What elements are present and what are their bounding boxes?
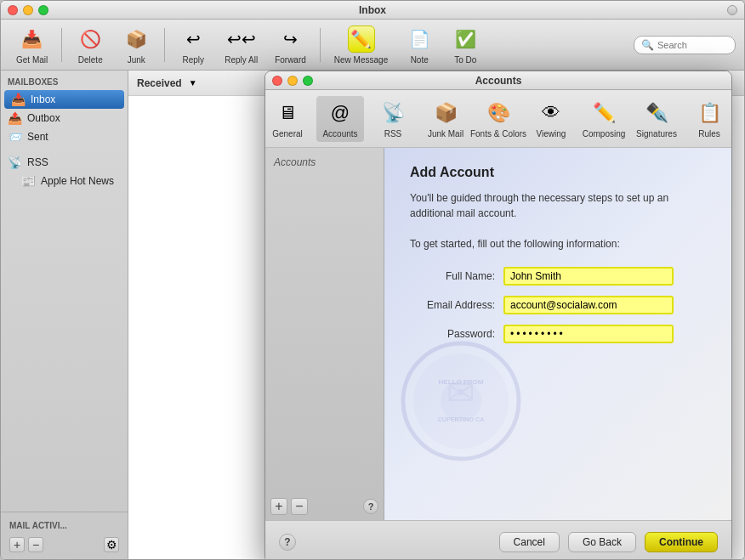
cancel-button[interactable]: Cancel — [499, 532, 560, 552]
email-address-input[interactable] — [503, 296, 674, 314]
composing-tool-button[interactable]: ✏️ Composing — [580, 96, 628, 142]
mail-activity-label: MAIL ACTIVI... — [6, 518, 122, 534]
accounts-dialog: Accounts 🖥 General @ Accounts 📡 RSS — [264, 71, 732, 560]
close-button[interactable] — [8, 5, 18, 15]
add-mailbox-button[interactable]: + — [9, 537, 25, 552]
rss-section: 📡 RSS 📰 Apple Hot News — [1, 153, 128, 190]
toolbar-separator-1 — [61, 28, 62, 62]
add-account-title: Add Account — [410, 165, 706, 180]
note-button[interactable]: 📄 Note — [398, 22, 441, 68]
full-name-input[interactable] — [503, 267, 674, 286]
password-input[interactable] — [503, 325, 674, 343]
dialog-footer: ? Cancel Go Back Continue — [265, 520, 731, 560]
outbox-label: Outbox — [27, 112, 60, 124]
dialog-sidebar-footer-row: + − ? — [270, 498, 378, 515]
delete-button[interactable]: 🚫 Delete — [69, 22, 111, 68]
remove-account-button[interactable]: − — [291, 498, 308, 515]
viewing-tool-button[interactable]: 👁 Viewing — [527, 96, 575, 142]
dialog-title: Accounts — [475, 75, 522, 87]
rules-tool-button[interactable]: 📋 Rules — [685, 96, 732, 142]
todo-button[interactable]: ✅ To Do — [444, 22, 486, 68]
note-label: Note — [411, 55, 429, 65]
todo-icon: ✅ — [452, 25, 479, 53]
fonts-colors-tool-button[interactable]: 🎨 Fonts & Colors — [475, 96, 522, 142]
sent-label: Sent — [27, 131, 48, 143]
signatures-label: Signatures — [636, 129, 677, 139]
forward-button[interactable]: ↪ Forward — [268, 22, 313, 68]
junk-mail-tool-button[interactable]: 📦 Junk Mail — [422, 96, 469, 142]
junk-icon: 📦 — [122, 25, 150, 53]
add-remove-buttons: + − — [9, 537, 43, 552]
reply-all-icon: ↩↩ — [228, 25, 255, 53]
get-mail-label: Get Mail — [16, 55, 48, 65]
minimize-button[interactable] — [23, 5, 33, 15]
accounts-label: Accounts — [322, 129, 357, 139]
go-back-button[interactable]: Go Back — [568, 532, 636, 552]
reply-all-button[interactable]: ↩↩ Reply All — [218, 22, 264, 68]
sent-icon: 📨 — [8, 130, 22, 144]
dialog-sidebar: Accounts + − ? — [265, 148, 384, 520]
dialog-maximize-button[interactable] — [303, 76, 313, 86]
reply-button[interactable]: ↩ Reply — [172, 22, 214, 68]
received-dropdown-button[interactable]: ▼ — [189, 78, 197, 88]
todo-label: To Do — [454, 55, 476, 65]
general-tool-button[interactable]: 🖥 General — [264, 96, 311, 142]
get-mail-icon: 📥 — [19, 25, 46, 53]
outbox-icon: 📤 — [8, 111, 22, 125]
maximize-button[interactable] — [38, 5, 48, 15]
composing-label: Composing — [583, 129, 626, 139]
accounts-tool-button[interactable]: @ Accounts — [316, 96, 364, 142]
main-content: Received ▼ Accounts — [128, 71, 744, 560]
footer-help-button[interactable]: ? — [279, 534, 296, 551]
dialog-close-button[interactable] — [272, 76, 282, 86]
apple-hot-news-label: Apple Hot News — [41, 175, 114, 187]
forward-icon: ↪ — [276, 25, 304, 53]
toolbar-separator-2 — [164, 28, 165, 62]
dialog-sidebar-help-button[interactable]: ? — [363, 499, 378, 514]
get-mail-button[interactable]: 📥 Get Mail — [9, 22, 54, 68]
svg-point-5 — [441, 381, 481, 421]
dialog-minimize-button[interactable] — [287, 76, 298, 86]
reply-label: Reply — [182, 55, 204, 65]
continue-button[interactable]: Continue — [645, 532, 718, 552]
sidebar-item-rss[interactable]: 📡 RSS — [1, 153, 128, 172]
rss-tool-label: RSS — [384, 129, 402, 139]
email-address-label: Email Address: — [410, 299, 495, 311]
dialog-traffic-lights — [272, 76, 313, 86]
add-account-button[interactable]: + — [270, 498, 287, 515]
add-account-content: Add Account You'll be guided through the… — [384, 148, 731, 371]
gear-button[interactable]: ⚙ — [104, 537, 119, 552]
remove-mailbox-button[interactable]: − — [28, 537, 43, 552]
dialog-sidebar-footer: + − ? — [265, 493, 384, 520]
search-box[interactable]: 🔍 — [634, 36, 736, 54]
general-icon: 🖥 — [274, 99, 301, 127]
main-window: Inbox 📥 Get Mail 🚫 Delete 📦 Junk ↩ Reply… — [0, 0, 745, 560]
body-area: MAILBOXES 📥 Inbox 📤 Outbox 📨 Sent 📡 RSS … — [1, 71, 744, 560]
sidebar-item-outbox[interactable]: 📤 Outbox — [1, 109, 128, 127]
sidebar-item-sent[interactable]: 📨 Sent — [1, 127, 128, 146]
traffic-lights — [8, 5, 48, 15]
new-message-button[interactable]: ✏️ New Message — [327, 22, 395, 68]
collapse-button[interactable] — [727, 5, 737, 15]
search-icon: 🔍 — [641, 39, 654, 51]
rss-tool-icon: 📡 — [379, 99, 407, 127]
add-remove-account-buttons: + − — [270, 498, 308, 515]
note-icon: 📄 — [406, 25, 433, 53]
apple-news-icon: 📰 — [21, 174, 36, 188]
signatures-icon: ✒️ — [643, 99, 670, 127]
junk-button[interactable]: 📦 Junk — [115, 22, 157, 68]
signatures-tool-button[interactable]: ✒️ Signatures — [633, 96, 680, 142]
delete-icon: 🚫 — [77, 25, 104, 53]
add-account-panel: HELLO FROM ✉ CUPERTINO CA Add Account Yo… — [384, 148, 731, 520]
main-toolbar: 📥 Get Mail 🚫 Delete 📦 Junk ↩ Reply ↩↩ Re… — [1, 20, 744, 71]
sidebar-item-apple-hot-news[interactable]: 📰 Apple Hot News — [1, 172, 128, 190]
search-input[interactable] — [657, 40, 734, 50]
fonts-colors-label: Fonts & Colors — [470, 129, 526, 139]
rss-label: RSS — [27, 156, 48, 168]
general-label: General — [272, 129, 303, 139]
toolbar-separator-3 — [320, 28, 321, 62]
new-message-label: New Message — [334, 55, 388, 65]
sidebar-item-inbox[interactable]: 📥 Inbox — [4, 90, 124, 109]
rss-tool-button[interactable]: 📡 RSS — [369, 96, 417, 142]
junk-label: Junk — [128, 55, 145, 65]
